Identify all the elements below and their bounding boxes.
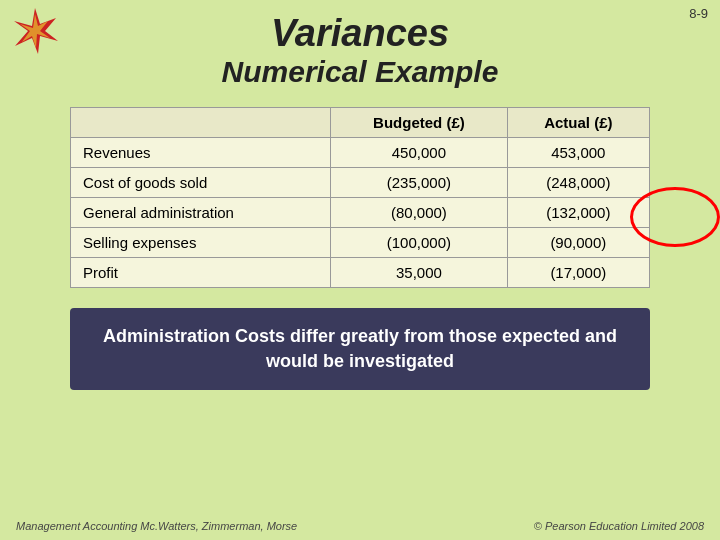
row-selling-label: Selling expenses [71, 228, 331, 258]
table-row: Profit 35,000 (17,000) [71, 258, 650, 288]
row-profit-actual: (17,000) [507, 258, 649, 288]
row-admin-actual: (132,000) [507, 198, 649, 228]
col-label-header [71, 108, 331, 138]
title-variances: Variances [0, 12, 720, 55]
table-row: General administration (80,000) (132,000… [71, 198, 650, 228]
bottom-message: Administration Costs differ greatly from… [70, 308, 650, 390]
logo [10, 6, 60, 56]
row-cogs-label: Cost of goods sold [71, 168, 331, 198]
col-budgeted-header: Budgeted (£) [331, 108, 507, 138]
row-cogs-actual: (248,000) [507, 168, 649, 198]
table-row: Selling expenses (100,000) (90,000) [71, 228, 650, 258]
row-cogs-budgeted: (235,000) [331, 168, 507, 198]
row-revenues-label: Revenues [71, 138, 331, 168]
table-row: Cost of goods sold (235,000) (248,000) [71, 168, 650, 198]
header: Variances Numerical Example [0, 0, 720, 89]
variance-table-container: Budgeted (£) Actual (£) Revenues 450,000… [70, 107, 650, 288]
row-revenues-budgeted: 450,000 [331, 138, 507, 168]
svg-marker-1 [20, 14, 50, 48]
table-row: Revenues 450,000 453,000 [71, 138, 650, 168]
row-admin-label: General administration [71, 198, 331, 228]
row-admin-budgeted: (80,000) [331, 198, 507, 228]
col-actual-header: Actual (£) [507, 108, 649, 138]
row-profit-budgeted: 35,000 [331, 258, 507, 288]
footer-right: © Pearson Education Limited 2008 [534, 520, 704, 532]
footer: Management Accounting Mc.Watters, Zimmer… [0, 520, 720, 532]
title-numerical: Numerical Example [0, 55, 720, 89]
row-profit-label: Profit [71, 258, 331, 288]
page-number: 8-9 [689, 6, 708, 21]
row-selling-actual: (90,000) [507, 228, 649, 258]
footer-left: Management Accounting Mc.Watters, Zimmer… [16, 520, 297, 532]
row-selling-budgeted: (100,000) [331, 228, 507, 258]
variance-table: Budgeted (£) Actual (£) Revenues 450,000… [70, 107, 650, 288]
row-revenues-actual: 453,000 [507, 138, 649, 168]
